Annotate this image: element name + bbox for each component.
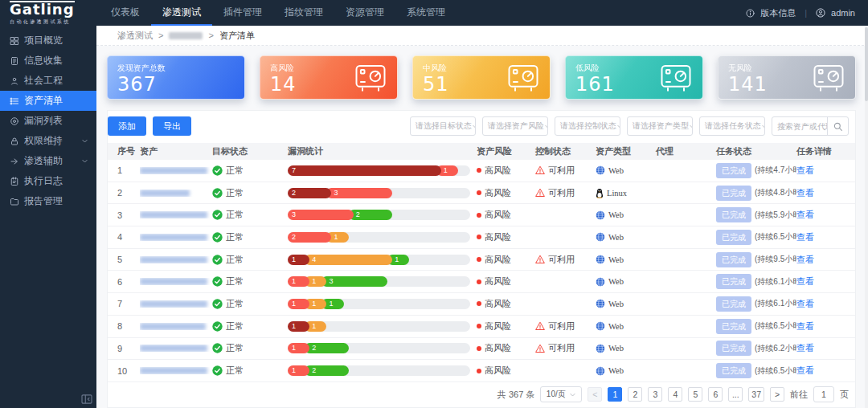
username[interactable]: admin <box>831 8 855 18</box>
task-duration: (持续6.1小时) <box>755 298 796 309</box>
page-button-...[interactable]: ... <box>728 387 743 402</box>
chevron-down-icon <box>569 391 576 398</box>
vuln-stats: 141 <box>288 255 477 265</box>
vuln-bar-high: 1 <box>288 276 309 287</box>
task-status-badge[interactable]: 已完成 <box>716 230 751 245</box>
task-status-badge[interactable]: 已完成 <box>716 296 751 312</box>
scrollbar-thumb[interactable] <box>865 27 868 101</box>
task-status: 已完成(持续6.2小时) <box>716 341 796 356</box>
asset-name-masked[interactable] <box>140 256 212 263</box>
view-link[interactable]: 查看 <box>796 298 814 310</box>
task-status-badge[interactable]: 已完成 <box>716 207 751 222</box>
breadcrumb-root[interactable]: 渗透测试 <box>117 30 153 42</box>
asset-name-masked[interactable] <box>140 167 212 174</box>
page-button-2[interactable]: 2 <box>628 387 642 402</box>
export-button[interactable]: 导出 <box>153 116 191 136</box>
asset-name-masked[interactable] <box>140 234 212 241</box>
task-detail: 查看 <box>796 231 849 243</box>
sidebar-item-8[interactable]: 报告管理 <box>0 191 96 211</box>
task-status-badge[interactable]: 已完成 <box>716 252 751 267</box>
task-duration: (持续5.9小时) <box>755 210 796 221</box>
page-button-37[interactable]: 37 <box>748 387 764 402</box>
asset-name-masked[interactable] <box>140 211 212 218</box>
nav-item-5[interactable]: 系统管理 <box>395 0 457 26</box>
breadcrumb-masked-item[interactable] <box>169 32 203 39</box>
asset-risk: 高风险 <box>477 365 535 377</box>
sidebar-collapse-icon[interactable] <box>81 394 92 404</box>
sidebar-item-1[interactable]: 信息收集 <box>0 51 96 71</box>
sidebar-item-5[interactable]: 权限维持 <box>0 131 96 151</box>
nav-item-0[interactable]: 仪表板 <box>100 0 151 26</box>
next-page-button[interactable]: > <box>770 387 784 402</box>
page-button-6[interactable]: 6 <box>708 387 723 402</box>
view-link[interactable]: 查看 <box>796 254 814 266</box>
view-link[interactable]: 查看 <box>796 365 814 377</box>
table-header: 序号资产目标状态漏洞统计资产风险控制状态资产类型代理任务状态任务详情 <box>108 143 855 160</box>
user-avatar-icon <box>816 8 825 18</box>
page-button-1[interactable]: 1 <box>608 387 622 402</box>
view-link[interactable]: 查看 <box>796 320 814 333</box>
page-button-5[interactable]: 5 <box>688 387 702 402</box>
view-link[interactable]: 查看 <box>796 231 814 243</box>
prev-page-button[interactable]: < <box>588 387 602 402</box>
filter-select-3[interactable]: 请选择资产类型 <box>627 116 693 136</box>
search-button[interactable] <box>827 117 848 135</box>
task-duration: (持续6.2小时) <box>755 343 796 354</box>
toolbar: 添加 导出 请选择目标状态请选择资产风险请选择控制状态请选择资产类型请选择任务状… <box>108 116 855 136</box>
page-button-3[interactable]: 3 <box>648 387 662 402</box>
filter-select-0[interactable]: 请选择目标状态 <box>410 116 476 136</box>
sidebar-item-0[interactable]: 项目概览 <box>0 31 96 51</box>
asset-name-masked[interactable] <box>140 190 212 197</box>
sidebar-item-3[interactable]: 资产清单 <box>0 91 96 111</box>
asset-risk: 高风险 <box>477 298 535 310</box>
view-link[interactable]: 查看 <box>796 342 814 354</box>
add-button[interactable]: 添加 <box>108 116 146 136</box>
filter-select-4[interactable]: 请选择任务状态 <box>699 116 765 136</box>
row-index: 10 <box>117 366 140 376</box>
stat-cards-row: 发现资产总数367高风险14中风险51低风险161无风险141 <box>107 55 856 100</box>
table-body: 1正常71高风险可利用Web已完成(持续4.7小时)查看2正常23高风险可利用L… <box>108 160 855 382</box>
nav-item-1[interactable]: 渗透测试 <box>151 0 212 26</box>
view-link[interactable]: 查看 <box>796 275 814 288</box>
task-status-badge[interactable]: 已完成 <box>716 341 751 356</box>
asset-type-label: Web <box>608 300 624 308</box>
sidebar-item-2[interactable]: 社会工程 <box>0 71 96 91</box>
view-link[interactable]: 查看 <box>796 209 814 221</box>
target-status: 正常 <box>212 365 288 377</box>
task-detail: 查看 <box>796 365 849 377</box>
sidebar-item-label: 权限维持 <box>24 134 63 148</box>
version-info-label[interactable]: 版本信息 <box>760 7 796 19</box>
page-scrollbar[interactable] <box>865 26 868 408</box>
task-status-badge[interactable]: 已完成 <box>716 274 751 289</box>
sidebar-item-4[interactable]: 漏洞列表 <box>0 111 96 131</box>
filter-select-2[interactable]: 请选择控制状态 <box>555 116 620 136</box>
view-link[interactable]: 查看 <box>796 187 814 199</box>
task-status-badge[interactable]: 已完成 <box>716 363 751 378</box>
task-status-badge[interactable]: 已完成 <box>716 319 751 334</box>
task-status-badge[interactable]: 已完成 <box>716 186 751 201</box>
view-link[interactable]: 查看 <box>796 165 814 177</box>
page-button-4[interactable]: 4 <box>668 387 682 402</box>
breadcrumb-separator: > <box>208 31 213 40</box>
nav-item-3[interactable]: 指纹管理 <box>273 0 334 26</box>
search-input[interactable] <box>772 122 827 131</box>
chevron-down-icon <box>544 123 548 130</box>
asset-name-masked[interactable] <box>140 323 212 330</box>
asset-name-masked[interactable] <box>140 345 212 352</box>
asset-name-masked[interactable] <box>140 367 212 374</box>
sidebar-item-7[interactable]: 执行日志 <box>0 171 96 191</box>
nav-item-2[interactable]: 插件管理 <box>212 0 273 26</box>
nav-item-4[interactable]: 资源管理 <box>334 0 395 26</box>
target-status: 正常 <box>212 187 288 199</box>
vuln-bar-track: 141 <box>288 255 470 265</box>
vuln-bar-track: 32 <box>288 210 470 220</box>
page-size-select[interactable]: 10/页 <box>540 386 582 402</box>
sidebar-item-6[interactable]: 渗透辅助 <box>0 151 96 171</box>
task-duration: (持续4.8小时) <box>755 187 796 198</box>
filter-select-1[interactable]: 请选择资产风险 <box>482 116 548 136</box>
asset-name-masked[interactable] <box>140 300 212 308</box>
task-status-badge[interactable]: 已完成 <box>716 163 751 178</box>
task-detail: 查看 <box>796 187 849 199</box>
goto-page-input[interactable] <box>813 386 834 402</box>
asset-name-masked[interactable] <box>140 278 212 285</box>
